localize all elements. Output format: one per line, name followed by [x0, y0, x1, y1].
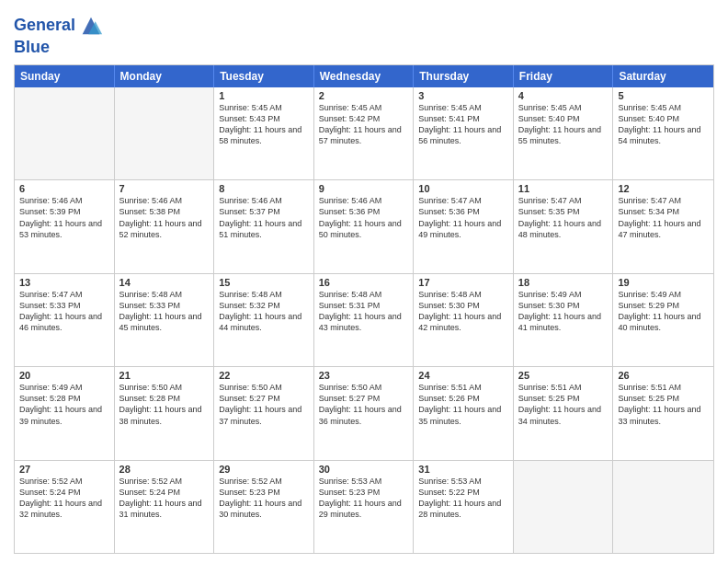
- cal-cell: 14Sunrise: 5:48 AMSunset: 5:33 PMDayligh…: [115, 274, 215, 366]
- day-number: 3: [418, 90, 508, 101]
- day-number: 24: [418, 370, 508, 381]
- cell-info: Sunrise: 5:48 AMSunset: 5:32 PMDaylight:…: [219, 289, 309, 334]
- cal-cell: 26Sunrise: 5:51 AMSunset: 5:25 PMDayligh…: [613, 367, 713, 459]
- cell-info: Sunrise: 5:49 AMSunset: 5:29 PMDaylight:…: [618, 289, 709, 334]
- cal-cell: 31Sunrise: 5:53 AMSunset: 5:22 PMDayligh…: [414, 461, 514, 553]
- cell-info: Sunrise: 5:50 AMSunset: 5:28 PMDaylight:…: [119, 382, 210, 427]
- day-number: 9: [319, 183, 409, 194]
- cal-cell: 6Sunrise: 5:46 AMSunset: 5:39 PMDaylight…: [15, 180, 115, 272]
- cell-info: Sunrise: 5:52 AMSunset: 5:24 PMDaylight:…: [119, 476, 210, 521]
- cal-cell: 12Sunrise: 5:47 AMSunset: 5:34 PMDayligh…: [613, 180, 713, 272]
- cell-info: Sunrise: 5:45 AMSunset: 5:40 PMDaylight:…: [618, 102, 709, 147]
- calendar-body: 1Sunrise: 5:45 AMSunset: 5:43 PMDaylight…: [15, 87, 713, 553]
- logo-text: General: [14, 17, 75, 35]
- cell-info: Sunrise: 5:47 AMSunset: 5:34 PMDaylight:…: [618, 195, 709, 240]
- logo-icon: [78, 13, 104, 39]
- cal-cell: 24Sunrise: 5:51 AMSunset: 5:26 PMDayligh…: [414, 367, 514, 459]
- day-number: 4: [518, 90, 609, 101]
- cal-cell: 30Sunrise: 5:53 AMSunset: 5:23 PMDayligh…: [314, 461, 415, 553]
- header-day-thursday: Thursday: [414, 65, 514, 87]
- cal-cell: 15Sunrise: 5:48 AMSunset: 5:32 PMDayligh…: [214, 274, 314, 366]
- cell-info: Sunrise: 5:45 AMSunset: 5:43 PMDaylight:…: [219, 102, 309, 147]
- cal-cell: 29Sunrise: 5:52 AMSunset: 5:23 PMDayligh…: [214, 461, 314, 553]
- cal-cell: 3Sunrise: 5:45 AMSunset: 5:41 PMDaylight…: [414, 87, 514, 179]
- cell-info: Sunrise: 5:51 AMSunset: 5:26 PMDaylight:…: [418, 382, 508, 427]
- cell-info: Sunrise: 5:51 AMSunset: 5:25 PMDaylight:…: [518, 382, 609, 427]
- page: General Blue SundayMondayTuesdayWednesda…: [0, 0, 728, 563]
- cell-info: Sunrise: 5:46 AMSunset: 5:39 PMDaylight:…: [19, 195, 109, 240]
- cal-cell: 11Sunrise: 5:47 AMSunset: 5:35 PMDayligh…: [514, 180, 614, 272]
- cell-info: Sunrise: 5:46 AMSunset: 5:36 PMDaylight:…: [319, 195, 409, 240]
- cal-cell: 10Sunrise: 5:47 AMSunset: 5:36 PMDayligh…: [414, 180, 514, 272]
- cell-info: Sunrise: 5:48 AMSunset: 5:31 PMDaylight:…: [319, 289, 409, 334]
- cell-info: Sunrise: 5:50 AMSunset: 5:27 PMDaylight:…: [219, 382, 309, 427]
- cal-cell: 22Sunrise: 5:50 AMSunset: 5:27 PMDayligh…: [214, 367, 314, 459]
- cell-info: Sunrise: 5:51 AMSunset: 5:25 PMDaylight:…: [618, 382, 709, 427]
- day-number: 22: [219, 370, 309, 381]
- header-day-wednesday: Wednesday: [314, 65, 415, 87]
- day-number: 1: [219, 90, 309, 101]
- cal-cell: 27Sunrise: 5:52 AMSunset: 5:24 PMDayligh…: [15, 461, 115, 553]
- cal-cell: [514, 461, 614, 553]
- cell-info: Sunrise: 5:48 AMSunset: 5:33 PMDaylight:…: [119, 289, 210, 334]
- day-number: 5: [618, 90, 709, 101]
- day-number: 30: [319, 464, 409, 475]
- cell-info: Sunrise: 5:47 AMSunset: 5:36 PMDaylight:…: [418, 195, 508, 240]
- cal-cell: 16Sunrise: 5:48 AMSunset: 5:31 PMDayligh…: [314, 274, 415, 366]
- day-number: 29: [219, 464, 309, 475]
- cal-cell: 8Sunrise: 5:46 AMSunset: 5:37 PMDaylight…: [214, 180, 314, 272]
- day-number: 11: [518, 183, 609, 194]
- cal-cell: [15, 87, 115, 179]
- day-number: 14: [119, 277, 210, 288]
- cell-info: Sunrise: 5:53 AMSunset: 5:22 PMDaylight:…: [418, 476, 508, 521]
- calendar-header: SundayMondayTuesdayWednesdayThursdayFrid…: [15, 65, 713, 87]
- header-day-tuesday: Tuesday: [214, 65, 314, 87]
- cal-row-5: 27Sunrise: 5:52 AMSunset: 5:24 PMDayligh…: [15, 460, 713, 553]
- day-number: 28: [119, 464, 210, 475]
- cell-info: Sunrise: 5:47 AMSunset: 5:33 PMDaylight:…: [19, 289, 109, 334]
- cal-cell: 4Sunrise: 5:45 AMSunset: 5:40 PMDaylight…: [514, 87, 614, 179]
- cal-cell: 9Sunrise: 5:46 AMSunset: 5:36 PMDaylight…: [314, 180, 415, 272]
- header-day-monday: Monday: [115, 65, 215, 87]
- cal-cell: 2Sunrise: 5:45 AMSunset: 5:42 PMDaylight…: [314, 87, 415, 179]
- cal-cell: 5Sunrise: 5:45 AMSunset: 5:40 PMDaylight…: [613, 87, 713, 179]
- cell-info: Sunrise: 5:45 AMSunset: 5:42 PMDaylight:…: [319, 102, 409, 147]
- day-number: 23: [319, 370, 409, 381]
- cal-cell: 21Sunrise: 5:50 AMSunset: 5:28 PMDayligh…: [115, 367, 215, 459]
- cell-info: Sunrise: 5:52 AMSunset: 5:23 PMDaylight:…: [219, 476, 309, 521]
- day-number: 7: [119, 183, 210, 194]
- cal-cell: 20Sunrise: 5:49 AMSunset: 5:28 PMDayligh…: [15, 367, 115, 459]
- day-number: 25: [518, 370, 609, 381]
- day-number: 15: [219, 277, 309, 288]
- cal-cell: 23Sunrise: 5:50 AMSunset: 5:27 PMDayligh…: [314, 367, 415, 459]
- cal-cell: 7Sunrise: 5:46 AMSunset: 5:38 PMDaylight…: [115, 180, 215, 272]
- day-number: 12: [618, 183, 709, 194]
- day-number: 16: [319, 277, 409, 288]
- cal-cell: [115, 87, 215, 179]
- day-number: 6: [19, 183, 109, 194]
- cell-info: Sunrise: 5:50 AMSunset: 5:27 PMDaylight:…: [319, 382, 409, 427]
- cell-info: Sunrise: 5:53 AMSunset: 5:23 PMDaylight:…: [319, 476, 409, 521]
- logo-blue-text: Blue: [14, 39, 104, 57]
- cell-info: Sunrise: 5:45 AMSunset: 5:41 PMDaylight:…: [418, 102, 508, 147]
- cal-row-3: 13Sunrise: 5:47 AMSunset: 5:33 PMDayligh…: [15, 273, 713, 366]
- day-number: 26: [618, 370, 709, 381]
- cal-cell: 18Sunrise: 5:49 AMSunset: 5:30 PMDayligh…: [514, 274, 614, 366]
- day-number: 17: [418, 277, 508, 288]
- calendar: SundayMondayTuesdayWednesdayThursdayFrid…: [14, 64, 714, 554]
- cell-info: Sunrise: 5:46 AMSunset: 5:38 PMDaylight:…: [119, 195, 210, 240]
- cell-info: Sunrise: 5:48 AMSunset: 5:30 PMDaylight:…: [418, 289, 508, 334]
- day-number: 21: [119, 370, 210, 381]
- cal-cell: 19Sunrise: 5:49 AMSunset: 5:29 PMDayligh…: [613, 274, 713, 366]
- cell-info: Sunrise: 5:49 AMSunset: 5:30 PMDaylight:…: [518, 289, 609, 334]
- logo: General Blue: [14, 13, 104, 57]
- day-number: 27: [19, 464, 109, 475]
- cal-cell: 13Sunrise: 5:47 AMSunset: 5:33 PMDayligh…: [15, 274, 115, 366]
- header-day-saturday: Saturday: [613, 65, 713, 87]
- cal-row-1: 1Sunrise: 5:45 AMSunset: 5:43 PMDaylight…: [15, 87, 713, 179]
- cal-cell: 1Sunrise: 5:45 AMSunset: 5:43 PMDaylight…: [214, 87, 314, 179]
- cal-row-4: 20Sunrise: 5:49 AMSunset: 5:28 PMDayligh…: [15, 366, 713, 459]
- header-day-friday: Friday: [514, 65, 614, 87]
- header-day-sunday: Sunday: [15, 65, 115, 87]
- day-number: 8: [219, 183, 309, 194]
